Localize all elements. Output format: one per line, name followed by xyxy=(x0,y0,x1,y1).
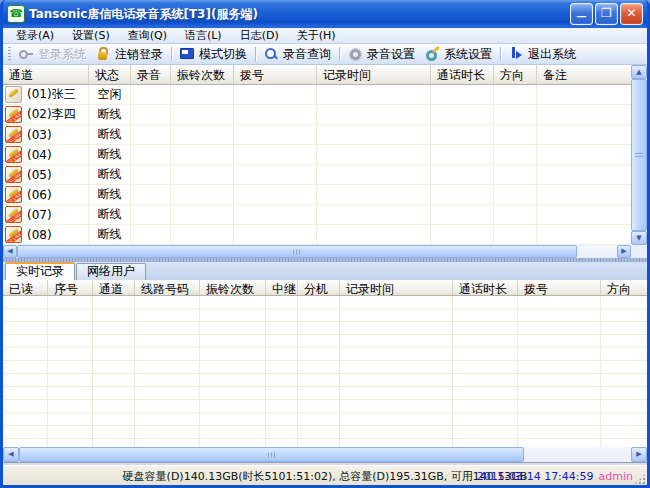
records-col-header[interactable]: 序号 xyxy=(48,280,93,295)
scroll-up-icon[interactable]: ▲ xyxy=(631,65,647,79)
vscroll-thumb[interactable] xyxy=(631,79,647,231)
channel-cell xyxy=(537,185,631,204)
toolbar-logout-button[interactable]: 注销登录 xyxy=(91,45,168,64)
scroll-right-icon[interactable]: ▶ xyxy=(631,447,647,462)
records-col-header[interactable]: 拨号 xyxy=(518,280,601,295)
scroll-down-icon[interactable]: ▼ xyxy=(631,231,647,245)
channel-col-header[interactable]: 方向 xyxy=(494,65,537,84)
app-phone-icon: ☎ xyxy=(7,5,25,23)
records-col-header[interactable]: 分机 xyxy=(298,280,340,295)
toolbar-login-button[interactable]: 登录系统 xyxy=(14,45,91,64)
toolbar-grip[interactable] xyxy=(8,47,11,61)
records-grid-column xyxy=(135,296,200,447)
records-col-header[interactable]: 振铃次数 xyxy=(200,280,266,295)
channel-row[interactable]: (03)断线 xyxy=(3,125,631,145)
records-table-header: 已读序号通道线路号码振铃次数中继分机记录时间通话时长拨号方向 xyxy=(3,280,647,296)
channel-col-header[interactable]: 通话时长 xyxy=(431,65,494,84)
toolbar-exit-button[interactable]: 退出系统 xyxy=(504,45,581,64)
channel-col-header[interactable]: 振铃次数 xyxy=(171,65,234,84)
menu-item-about[interactable]: 关于(H) xyxy=(288,28,345,43)
channel-cell xyxy=(537,225,631,244)
channel-row[interactable]: (04)断线 xyxy=(3,145,631,165)
channel-cell xyxy=(537,105,631,124)
menu-item-settings[interactable]: 设置(S) xyxy=(63,28,119,43)
channel-col-header[interactable]: 拨号 xyxy=(234,65,317,84)
records-col-header[interactable]: 记录时间 xyxy=(340,280,453,295)
channel-col-header[interactable]: 状态 xyxy=(89,65,131,84)
menu-item-query[interactable]: 查询(Q) xyxy=(119,28,176,43)
scroll-right-icon[interactable]: ▶ xyxy=(617,245,631,258)
channel-name: (03) xyxy=(27,128,52,142)
channel-cell xyxy=(537,125,631,144)
minimize-button[interactable]: — xyxy=(570,3,593,25)
channel-cell xyxy=(234,225,317,244)
channel-cell xyxy=(171,85,234,104)
channel-cell xyxy=(431,225,494,244)
channel-row[interactable]: (02)李四断线 xyxy=(3,105,631,125)
hscroll-thumb[interactable] xyxy=(17,245,577,258)
channel-cell xyxy=(317,125,431,144)
channel-cell xyxy=(131,225,171,244)
menu-item-language[interactable]: 语言(L) xyxy=(176,28,231,43)
toolbar-record-settings-button[interactable]: 录音设置 xyxy=(343,45,420,64)
titlebar: ☎ Tansonic唐信电话录音系统[T3](服务端) — ❐ ✕ xyxy=(3,0,647,28)
channel-hscrollbar[interactable]: ◀ ▶ xyxy=(3,245,631,258)
channel-cell xyxy=(431,145,494,164)
toolbar-mode-switch-button[interactable]: 模式切换 xyxy=(175,45,252,64)
channel-cell xyxy=(494,105,537,124)
channel-cell: (04) xyxy=(3,145,89,164)
maximize-button[interactable]: ❐ xyxy=(595,3,618,25)
records-col-header[interactable]: 线路号码 xyxy=(135,280,200,295)
phone-offline-icon xyxy=(5,226,22,243)
channel-name: (06) xyxy=(27,188,52,202)
toolbar-button-label: 模式切换 xyxy=(199,46,247,63)
channel-col-header[interactable]: 通道 xyxy=(3,65,89,84)
lock-icon xyxy=(96,47,111,61)
toolbar-button-label: 登录系统 xyxy=(38,46,86,63)
menu-item-log[interactable]: 日志(D) xyxy=(231,28,288,43)
hscroll-thumb[interactable] xyxy=(19,447,524,462)
records-col-header[interactable]: 中继 xyxy=(266,280,298,295)
toolbar-button-label: 系统设置 xyxy=(444,46,492,63)
channel-cell xyxy=(537,85,631,104)
tab-realtime-records[interactable]: 实时记录 xyxy=(5,262,75,280)
channel-row[interactable]: (06)断线 xyxy=(3,185,631,205)
scroll-left-icon[interactable]: ◀ xyxy=(3,245,17,258)
channel-row[interactable]: (07)断线 xyxy=(3,205,631,225)
channel-cell: (03) xyxy=(3,125,89,144)
close-button[interactable]: ✕ xyxy=(620,3,643,25)
menu-item-login[interactable]: 登录(A) xyxy=(7,28,63,43)
channel-cell xyxy=(317,145,431,164)
channel-cell: (06) xyxy=(3,185,89,204)
exit-icon xyxy=(509,47,524,61)
channel-cell xyxy=(317,205,431,224)
channel-cell xyxy=(317,165,431,184)
scrollbar-corner xyxy=(631,245,647,258)
toolbar-button-label: 录音设置 xyxy=(367,46,415,63)
records-hscrollbar[interactable]: ◀ ▶ xyxy=(3,447,647,462)
toolbar-separator xyxy=(500,47,501,61)
records-grid-column xyxy=(266,296,298,447)
hscroll-track[interactable] xyxy=(577,245,617,258)
records-grid-column xyxy=(601,296,647,447)
channel-row[interactable]: (08)断线 xyxy=(3,225,631,245)
records-col-header[interactable]: 通话时长 xyxy=(453,280,518,295)
channel-col-header[interactable]: 记录时间 xyxy=(317,65,431,84)
toolbar-system-settings-button[interactable]: 系统设置 xyxy=(420,45,497,64)
records-col-header[interactable]: 通道 xyxy=(93,280,135,295)
channel-cell xyxy=(131,165,171,184)
hscroll-track[interactable] xyxy=(524,447,631,462)
channel-row[interactable]: (01)张三空闲 xyxy=(3,85,631,105)
channel-row[interactable]: (05)断线 xyxy=(3,165,631,185)
tab-network-users[interactable]: 网络用户 xyxy=(76,263,146,280)
channel-cell: (07) xyxy=(3,205,89,224)
channel-col-header[interactable]: 备注 xyxy=(537,65,631,84)
channel-vscrollbar[interactable]: ▲ ▼ xyxy=(631,65,647,245)
channel-cell xyxy=(131,105,171,124)
toolbar-record-query-button[interactable]: 录音查询 xyxy=(259,45,336,64)
scroll-left-icon[interactable]: ◀ xyxy=(3,447,19,462)
records-col-header[interactable]: 已读 xyxy=(3,280,48,295)
channel-cell xyxy=(317,85,431,104)
records-col-header[interactable]: 方向 xyxy=(601,280,647,295)
channel-col-header[interactable]: 录音 xyxy=(131,65,171,84)
